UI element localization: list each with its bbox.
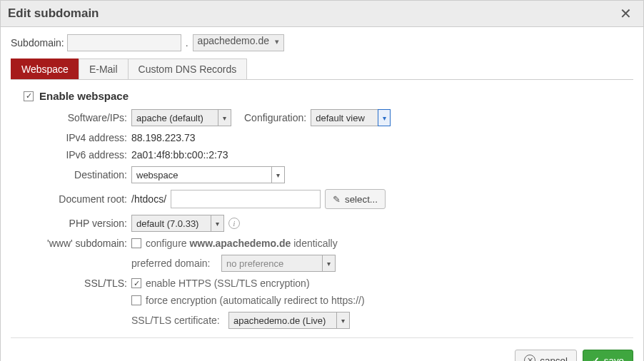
php-select[interactable]: default (7.0.33) ▾ xyxy=(131,215,224,232)
ssl-cert-select[interactable]: apachedemo.de (Live) ▾ xyxy=(228,312,350,329)
destination-label: Destination: xyxy=(38,169,127,180)
ssl-cert-value: apachedemo.de (Live) xyxy=(233,315,326,326)
chevron-down-icon: ▾ xyxy=(218,110,231,126)
chevron-down-icon: ▾ xyxy=(378,109,391,126)
dialog-title: Edit subdomain xyxy=(8,6,99,21)
ipv6-label: IPv6 address: xyxy=(38,149,127,161)
ipv4-value: 88.198.223.73 xyxy=(131,132,196,143)
cancel-label: cancel xyxy=(540,355,568,362)
ssl-enable-checkbox[interactable] xyxy=(131,278,141,288)
save-label: save xyxy=(604,355,624,362)
info-icon[interactable]: i xyxy=(228,218,240,229)
docroot-input[interactable] xyxy=(171,190,321,208)
ipv4-label: IPv4 address: xyxy=(38,132,127,143)
www-label: 'www' subdomain: xyxy=(38,238,127,249)
config-select[interactable]: default view ▾ xyxy=(311,109,391,126)
divider xyxy=(11,337,633,338)
enable-webspace-label: Enable webspace xyxy=(39,90,129,102)
destination-value: webspace xyxy=(136,170,178,180)
subdomain-label: Subdomain: xyxy=(11,37,64,49)
software-select[interactable]: apache (default) ▾ xyxy=(131,109,231,126)
software-value: apache (default) xyxy=(136,113,203,123)
domain-select[interactable]: apachedemo.de xyxy=(193,34,284,51)
ssl-force-checkbox[interactable] xyxy=(131,295,141,305)
php-label: PHP version: xyxy=(38,218,127,229)
ipv6-value: 2a01:4f8:bb:c00::2:73 xyxy=(131,149,228,161)
software-label: Software/IPs: xyxy=(38,112,127,123)
config-value: default view xyxy=(316,113,365,123)
save-button[interactable]: ✓ save xyxy=(583,350,633,361)
www-configure-label: configure www.apachedemo.de identically xyxy=(146,238,338,249)
cancel-icon: ✕ xyxy=(524,355,535,361)
docroot-label: Document root: xyxy=(38,193,127,205)
ssl-enable-label: enable HTTPS (SSL/TLS encryption) xyxy=(146,278,310,289)
check-icon: ✓ xyxy=(592,355,600,362)
chevron-down-icon: ▾ xyxy=(271,167,284,183)
www-identical-checkbox[interactable] xyxy=(131,238,141,248)
cancel-button[interactable]: ✕ cancel xyxy=(515,350,577,361)
select-btn-label: select... xyxy=(345,194,378,205)
pref-domain-select[interactable]: no preference ▾ xyxy=(221,255,336,272)
pencil-icon: ✎ xyxy=(333,194,341,205)
subdomain-input[interactable] xyxy=(67,34,181,51)
close-icon[interactable]: ✕ xyxy=(615,5,636,22)
ssl-label: SSL/TLS: xyxy=(38,278,127,289)
chevron-down-icon: ▾ xyxy=(322,255,335,271)
ssl-cert-label: SSL/TLS certificate: xyxy=(131,315,224,326)
tab-dns[interactable]: Custom DNS Records xyxy=(128,59,248,79)
docroot-prefix: /htdocs/ xyxy=(131,193,166,205)
chevron-down-icon: ▾ xyxy=(336,312,349,328)
tab-webspace[interactable]: Webspace xyxy=(11,59,79,79)
tab-email[interactable]: E-Mail xyxy=(79,59,129,79)
chevron-down-icon: ▾ xyxy=(211,215,223,231)
domain-select-value: apachedemo.de xyxy=(198,35,269,46)
enable-webspace-checkbox[interactable] xyxy=(24,91,34,101)
pref-domain-label: preferred domain: xyxy=(131,258,217,269)
ssl-force-label: force encryption (automatically redirect… xyxy=(146,295,365,306)
subdomain-dot: . xyxy=(184,37,190,49)
pref-domain-value: no preference xyxy=(226,258,283,269)
tabs: Webspace E-Mail Custom DNS Records xyxy=(11,59,633,80)
config-label: Configuration: xyxy=(244,112,306,123)
select-docroot-button[interactable]: ✎ select... xyxy=(325,189,386,209)
php-value: default (7.0.33) xyxy=(136,218,198,229)
destination-select[interactable]: webspace ▾ xyxy=(131,166,285,183)
